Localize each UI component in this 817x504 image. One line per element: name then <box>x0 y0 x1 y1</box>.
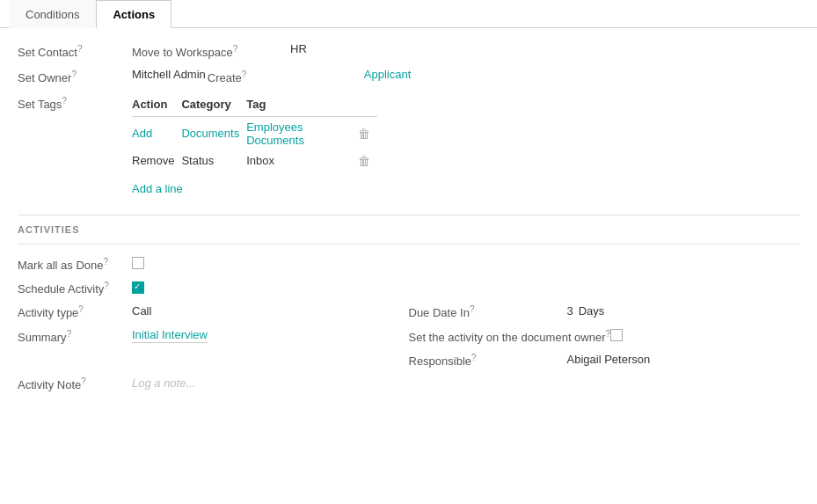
activity-note-label: Activity Note? <box>18 375 132 391</box>
row1-tag[interactable]: Employees Documents <box>246 116 358 150</box>
due-date-in-label: Due Date In? <box>409 303 567 319</box>
set-owner-row: Set Owner? Mitchell Admin Create? Applic… <box>18 68 799 84</box>
row2-category: Status <box>181 150 246 172</box>
table-row: Remove Status Inbox 🗑 <box>132 150 377 172</box>
row1-action[interactable]: Add <box>132 116 181 150</box>
row2-tag: Inbox <box>246 150 358 172</box>
tab-conditions[interactable]: Conditions <box>9 0 96 28</box>
responsible-value: Abigail Peterson <box>567 353 651 366</box>
set-owner-value: Mitchell Admin <box>132 68 206 81</box>
set-activity-owner-label: Set the activity on the document owner? <box>409 327 611 344</box>
due-date-in-unit: Days <box>579 304 605 318</box>
set-tags-label: Set Tags? <box>18 94 132 111</box>
due-date-in-value: 3 <box>567 304 573 318</box>
set-contact-label: Set Contact? <box>18 42 132 59</box>
create-label: Create? <box>208 68 364 84</box>
summary-value[interactable]: Initial Interview <box>132 328 208 343</box>
responsible-row: Responsible? Abigail Peterson <box>18 351 799 368</box>
add-line-button[interactable]: Add a line <box>132 182 183 195</box>
set-tags-row: Set Tags? Action Category Tag Add <box>18 94 799 199</box>
set-owner-label: Set Owner? <box>18 68 132 84</box>
schedule-activity-label: Schedule Activity? <box>18 279 132 296</box>
delete-row1-icon[interactable]: 🗑 <box>358 127 370 141</box>
row1-category[interactable]: Documents <box>181 116 246 150</box>
delete-row2-icon[interactable]: 🗑 <box>358 154 370 168</box>
summary-row: Summary? Initial Interview Set the activ… <box>18 327 799 344</box>
set-contact-row: Set Contact? Move to Workspace? HR <box>18 42 799 59</box>
summary-label: Summary? <box>18 327 132 344</box>
tab-bar: Conditions Actions <box>0 0 817 28</box>
activity-type-value: Call <box>132 304 151 318</box>
activity-type-row: Activity type? Call Due Date In? 3 Days <box>18 303 799 319</box>
tags-col-category: Category <box>181 94 246 117</box>
responsible-label: Responsible? <box>409 351 567 368</box>
activity-note-row: Activity Note? Log a note... <box>18 375 799 391</box>
activity-type-label: Activity type? <box>18 303 132 319</box>
activities-section-title: ACTIVITIES <box>18 224 799 235</box>
tab-actions[interactable]: Actions <box>96 0 171 28</box>
tags-col-action: Action <box>132 94 181 117</box>
mark-all-done-label: Mark all as Done? <box>18 255 132 272</box>
activity-note-placeholder[interactable]: Log a note... <box>132 376 195 390</box>
mark-all-done-row: Mark all as Done? <box>18 255 799 272</box>
set-activity-owner-checkbox[interactable] <box>610 329 623 341</box>
schedule-activity-row: Schedule Activity? <box>18 279 799 296</box>
row2-action: Remove <box>132 150 181 172</box>
section-divider <box>18 215 799 215</box>
schedule-activity-checkbox[interactable] <box>132 281 144 294</box>
tags-table: Action Category Tag Add Documents Employ… <box>132 94 377 172</box>
activities-underline <box>18 244 799 245</box>
move-to-workspace-label: Move to Workspace? <box>132 42 290 59</box>
tags-col-tag: Tag <box>246 94 358 117</box>
table-row: Add Documents Employees Documents 🗑 <box>132 116 377 150</box>
move-to-workspace-value: HR <box>290 42 307 55</box>
mark-all-done-checkbox[interactable] <box>132 257 144 269</box>
create-value[interactable]: Applicant <box>364 68 411 81</box>
main-content: Set Contact? Move to Workspace? HR Set O… <box>0 28 817 415</box>
